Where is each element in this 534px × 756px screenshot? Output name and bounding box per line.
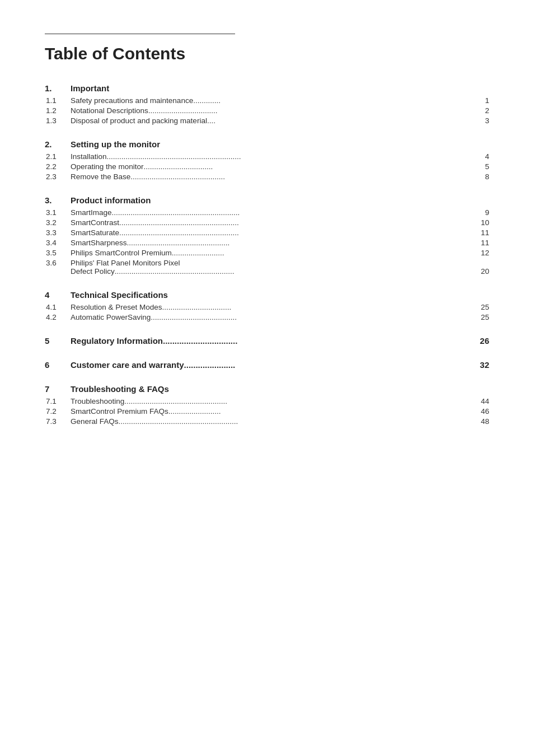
section-num-4: 4	[45, 290, 71, 300]
toc-section-4: 4 Technical Specifications 4.1 Resolutio…	[45, 290, 489, 321]
toc-entry-2-2: 2.2 Operating the monitor ..............…	[45, 162, 489, 171]
section-num-6: 6	[45, 360, 71, 370]
section-header-6: 6 Customer care and warranty ...........…	[45, 360, 489, 370]
section-header-4: 4 Technical Specifications	[45, 290, 489, 300]
toc-entry-3-3: 3.3 SmartSaturate ......................…	[45, 228, 489, 237]
toc-section-1: 1. Important 1.1 Safety precautions and …	[45, 83, 489, 125]
section-num-2: 2.	[45, 139, 71, 149]
toc-entry-7-2: 7.2 SmartControl Premium FAQs ..........…	[45, 407, 489, 416]
section-title-7: Troubleshooting & FAQs	[71, 384, 169, 394]
toc-entry-1-2: 1.2 Notational Descriptions ............…	[45, 106, 489, 115]
toc-entry-4-2: 4.2 Automatic PowerSaving ..............…	[45, 313, 489, 321]
section-header-5: 5 Regulatory Information ...............…	[45, 336, 489, 346]
toc-entry-4-1: 4.1 Resolution & Preset Modes ..........…	[45, 303, 489, 311]
section-title-4: Technical Specifications	[71, 290, 168, 300]
toc-entry-2-1: 2.1 Installation .......................…	[45, 152, 489, 161]
section-title-3: Product information	[71, 195, 151, 205]
top-divider	[45, 34, 235, 34]
toc-entry-3-4: 3.4 SmartSharpness .....................…	[45, 239, 489, 247]
page-title: Table of Contents	[45, 44, 489, 63]
section-num-7: 7	[45, 384, 71, 394]
page-container: Table of Contents 1. Important 1.1 Safet…	[0, 0, 534, 474]
section-title-1: Important	[71, 83, 109, 93]
toc-section-5: 5 Regulatory Information ...............…	[45, 336, 489, 346]
toc-section-2: 2. Setting up the monitor 2.1 Installati…	[45, 139, 489, 181]
toc-entry-3-1: 3.1 SmartImage .........................…	[45, 208, 489, 217]
section-title-2: Setting up the monitor	[71, 139, 160, 149]
section-title-5: Regulatory Information	[71, 336, 163, 346]
section-num-1: 1.	[45, 83, 71, 93]
toc-entry-7-1: 7.1 Troubleshooting ....................…	[45, 397, 489, 405]
section-num-3: 3.	[45, 195, 71, 205]
toc-entry-3-2: 3.2 SmartContrast ......................…	[45, 218, 489, 227]
section-header-1: 1. Important	[45, 83, 489, 93]
toc-entry-2-3: 2.3 Remove the Base ....................…	[45, 172, 489, 181]
toc-entry-7-3: 7.3 General FAQs .......................…	[45, 417, 489, 426]
toc-entry-3-6: 3.6 Philips' Flat Panel Monitors Pixel D…	[45, 259, 489, 276]
section-title-6: Customer care and warranty	[71, 360, 184, 370]
section-header-3: 3. Product information	[45, 195, 489, 205]
toc-section-7: 7 Troubleshooting & FAQs 7.1 Troubleshoo…	[45, 384, 489, 426]
section-header-7: 7 Troubleshooting & FAQs	[45, 384, 489, 394]
section-num-5: 5	[45, 336, 71, 346]
toc-entry-1-1: 1.1 Safety precautions and maintenance .…	[45, 96, 489, 105]
toc-section-3: 3. Product information 3.1 SmartImage ..…	[45, 195, 489, 276]
toc-entry-1-3: 1.3 Disposal of product and packing mate…	[45, 116, 489, 125]
section-header-2: 2. Setting up the monitor	[45, 139, 489, 149]
toc-entry-3-5: 3.5 Philips SmartControl Premium .......…	[45, 249, 489, 257]
toc-section-6: 6 Customer care and warranty ...........…	[45, 360, 489, 370]
